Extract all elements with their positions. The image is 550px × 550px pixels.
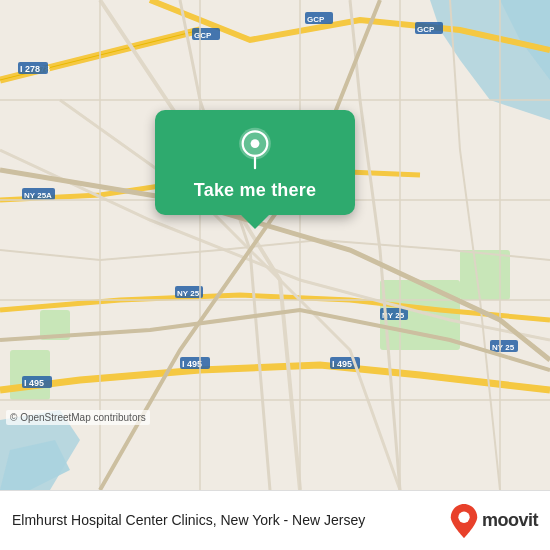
svg-rect-2 bbox=[460, 250, 510, 300]
take-me-there-label: Take me there bbox=[194, 180, 316, 201]
svg-text:NY 25: NY 25 bbox=[177, 289, 200, 298]
bottom-bar: Elmhurst Hospital Center Clinics, New Yo… bbox=[0, 490, 550, 550]
svg-rect-3 bbox=[10, 350, 50, 400]
svg-text:I 495: I 495 bbox=[332, 359, 352, 369]
svg-text:I 495: I 495 bbox=[182, 359, 202, 369]
location-pin-icon bbox=[233, 126, 277, 170]
location-name: Elmhurst Hospital Center Clinics, New Yo… bbox=[12, 511, 440, 529]
svg-text:I 495: I 495 bbox=[24, 378, 44, 388]
svg-text:GCP: GCP bbox=[194, 31, 212, 40]
moovit-text: moovit bbox=[482, 510, 538, 531]
moovit-logo: moovit bbox=[450, 504, 538, 538]
copyright-text: © OpenStreetMap contributors bbox=[6, 410, 150, 425]
svg-point-32 bbox=[251, 139, 260, 148]
svg-text:NY 25A: NY 25A bbox=[24, 191, 52, 200]
svg-text:NY 25: NY 25 bbox=[492, 343, 515, 352]
svg-text:GCP: GCP bbox=[307, 15, 325, 24]
svg-point-33 bbox=[458, 511, 469, 522]
map-view: I 278 I 278 GCP GCP GCP NY 25A NY 25A I … bbox=[0, 0, 550, 490]
take-me-there-popup[interactable]: Take me there bbox=[155, 110, 355, 215]
moovit-pin-icon bbox=[450, 504, 478, 538]
svg-text:GCP: GCP bbox=[417, 25, 435, 34]
svg-text:I 278: I 278 bbox=[20, 64, 40, 74]
